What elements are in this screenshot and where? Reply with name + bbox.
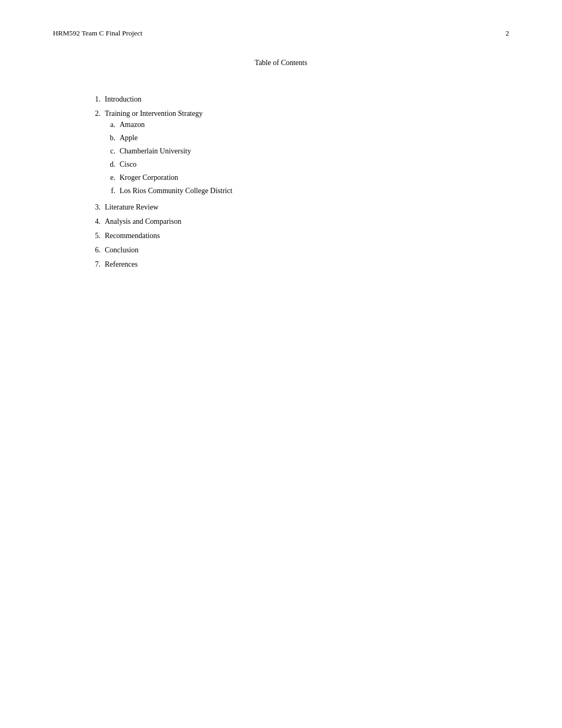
toc-item-number: 5. <box>85 230 101 241</box>
toc-subitem-text: Amazon <box>120 119 232 130</box>
list-item: a. Amazon <box>85 119 232 130</box>
toc-item-number: 3. <box>85 202 101 213</box>
toc-item-text: Conclusion <box>105 244 509 256</box>
toc-subitem-letter: b. <box>101 132 115 143</box>
list-item: c. Chamberlain University <box>85 145 232 157</box>
page: HRM592 Team C Final Project 2 Table of C… <box>0 0 562 728</box>
toc-item-text: References <box>105 259 509 270</box>
toc-item-number: 7. <box>85 259 101 270</box>
toc-item-text: Analysis and Comparison <box>105 216 509 227</box>
toc-subitem-letter: a. <box>101 119 115 130</box>
toc-item-number: 4. <box>85 216 101 227</box>
list-item: 2. Training or Intervention Strategy a. … <box>85 108 509 198</box>
list-item: 5. Recommendations <box>85 230 509 241</box>
toc-subitem-letter: c. <box>101 145 115 157</box>
toc-subitem-text: Los Rios Community College District <box>120 185 232 196</box>
list-item: d. Cisco <box>85 159 232 170</box>
toc-item-text: Recommendations <box>105 230 509 241</box>
toc-content: 1. Introduction 2. Training or Intervent… <box>53 94 509 270</box>
page-number: 2 <box>505 29 509 38</box>
list-item: e. Kroger Corporation <box>85 172 232 183</box>
list-item: 3. Literature Review <box>85 202 509 213</box>
list-item: 4. Analysis and Comparison <box>85 216 509 227</box>
toc-item-number: 6. <box>85 244 101 256</box>
toc-item-number: 2. <box>85 108 101 119</box>
toc-list: 1. Introduction 2. Training or Intervent… <box>85 94 509 270</box>
toc-item-text: Literature Review <box>105 202 509 213</box>
toc-heading: Table of Contents <box>53 59 509 67</box>
list-item: 7. References <box>85 259 509 270</box>
toc-item-number: 1. <box>85 94 101 105</box>
toc-subitem-letter: e. <box>101 172 115 183</box>
toc-subitem-letter: d. <box>101 159 115 170</box>
header-title: HRM592 Team C Final Project <box>53 29 142 38</box>
toc-sublist: a. Amazon b. Apple c. Chamberlain Univer… <box>85 119 232 198</box>
list-item: f. Los Rios Community College District <box>85 185 232 196</box>
toc-subitem-text: Cisco <box>120 159 232 170</box>
toc-subitem-text: Kroger Corporation <box>120 172 232 183</box>
toc-item-text: Training or Intervention Strategy <box>105 108 203 119</box>
toc-item-text: Introduction <box>105 94 509 105</box>
page-header: HRM592 Team C Final Project 2 <box>53 29 509 38</box>
list-item: b. Apple <box>85 132 232 143</box>
toc-subitem-text: Apple <box>120 132 232 143</box>
toc-subitem-text: Chamberlain University <box>120 145 232 157</box>
toc-subitem-letter: f. <box>101 185 115 196</box>
list-item: 1. Introduction <box>85 94 509 105</box>
list-item: 6. Conclusion <box>85 244 509 256</box>
